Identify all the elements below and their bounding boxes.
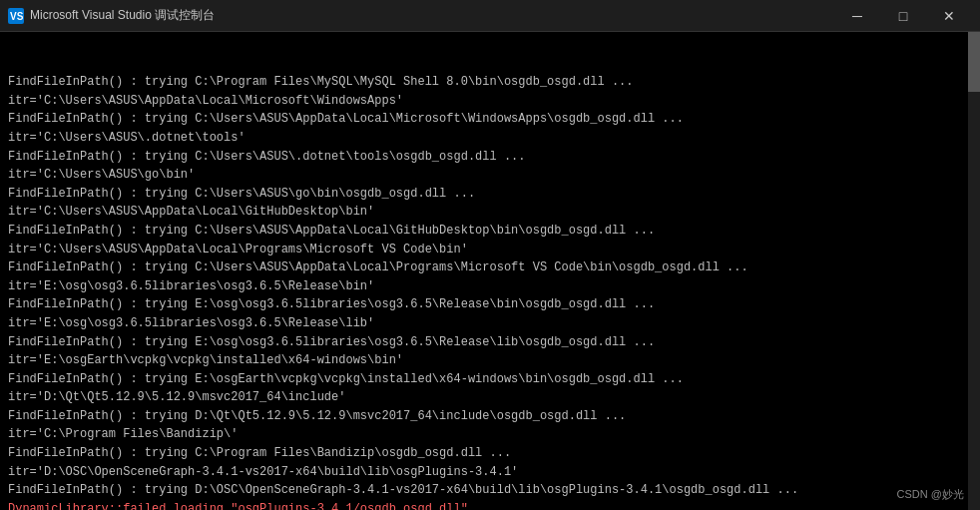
vs-debug-console-window: VS Microsoft Visual Studio 调试控制台 ─ □ ✕ F… <box>0 0 980 510</box>
console-line: FindFileInPath() : trying E:\osg\osg3.6.… <box>8 295 972 314</box>
console-line: itr='E:\osgEarth\vcpkg\vcpkg\installed\x… <box>8 351 972 370</box>
console-line: itr='C:\Users\ASUS\AppData\Local\GitHubD… <box>8 203 972 222</box>
console-line: itr='D:\Qt\Qt5.12.9\5.12.9\msvc2017_64\i… <box>8 388 972 407</box>
console-line: FindFileInPath() : trying C:\Program Fil… <box>8 73 972 92</box>
console-line: itr='E:\osg\osg3.6.5libraries\osg3.6.5\R… <box>8 277 972 296</box>
console-line: FindFileInPath() : trying C:\Users\ASUS\… <box>8 185 972 204</box>
title-bar-controls: ─ □ ✕ <box>834 0 972 32</box>
console-line: itr='D:\OSC\OpenSceneGraph-3.4.1-vs2017-… <box>8 463 972 482</box>
scrollbar[interactable] <box>968 32 980 510</box>
vs-icon: VS <box>8 8 24 24</box>
title-bar-text: Microsoft Visual Studio 调试控制台 <box>30 7 834 24</box>
console-line: FindFileInPath() : trying D:\OSC\OpenSce… <box>8 481 972 500</box>
console-line: itr='C:\Users\ASUS\AppData\Local\Program… <box>8 241 972 259</box>
console-line: FindFileInPath() : trying E:\osgEarth\vc… <box>8 370 972 389</box>
console-line: FindFileInPath() : trying E:\osg\osg3.6.… <box>8 333 972 352</box>
console-lines: FindFileInPath() : trying C:\Program Fil… <box>8 36 972 510</box>
watermark: CSDN @妙光 <box>897 487 964 502</box>
console-line: itr='E:\osg\osg3.6.5libraries\osg3.6.5\R… <box>8 314 972 333</box>
title-bar: VS Microsoft Visual Studio 调试控制台 ─ □ ✕ <box>0 0 980 32</box>
console-line: FindFileInPath() : trying C:\Users\ASUS\… <box>8 110 972 129</box>
console-line: itr='C:\Users\ASUS\AppData\Local\Microso… <box>8 92 972 111</box>
console-line: FindFileInPath() : trying C:\Users\ASUS\… <box>8 258 972 277</box>
console-line: DynamicLibrary::failed loading "osgPlugi… <box>8 500 972 510</box>
scrollbar-thumb[interactable] <box>968 32 980 92</box>
minimize-button[interactable]: ─ <box>834 0 880 32</box>
maximize-button[interactable]: □ <box>880 0 926 32</box>
console-line: FindFileInPath() : trying C:\Program Fil… <box>8 444 972 463</box>
console-line: itr='C:\Users\ASUS\go\bin' <box>8 166 972 185</box>
console-line: FindFileInPath() : trying C:\Users\ASUS\… <box>8 222 972 241</box>
console-line: itr='C:\Program Files\Bandizip\' <box>8 425 972 444</box>
close-button[interactable]: ✕ <box>926 0 972 32</box>
console-line: itr='C:\Users\ASUS\.dotnet\tools' <box>8 129 972 148</box>
console-output: FindFileInPath() : trying C:\Program Fil… <box>0 32 980 510</box>
svg-text:VS: VS <box>10 11 24 22</box>
console-line: FindFileInPath() : trying C:\Users\ASUS\… <box>8 148 972 167</box>
console-line: FindFileInPath() : trying D:\Qt\Qt5.12.9… <box>8 407 972 426</box>
